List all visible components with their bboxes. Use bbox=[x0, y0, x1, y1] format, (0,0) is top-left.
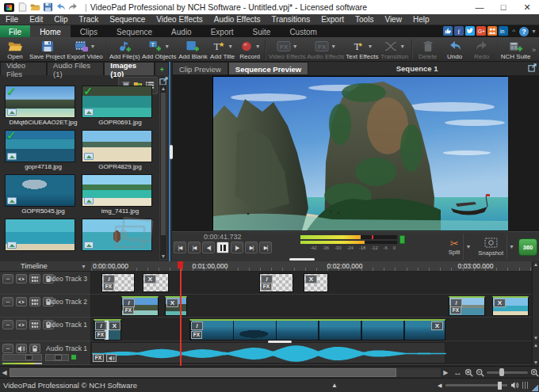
add-objects-button[interactable]: T▼Add Objects bbox=[141, 38, 178, 61]
video-clip[interactable]: /FX bbox=[121, 296, 159, 316]
media-item[interactable] bbox=[2, 218, 78, 261]
collapse-track-button[interactable]: − bbox=[2, 297, 13, 306]
snapshot-button[interactable]: Snapshot bbox=[475, 234, 507, 260]
blank-clip[interactable]: X bbox=[304, 273, 328, 292]
menu-export[interactable]: Export bbox=[315, 15, 350, 24]
scroll-down-icon[interactable]: ▼ bbox=[533, 360, 539, 366]
scroll-up-icon[interactable]: ▲ bbox=[160, 86, 166, 91]
audio-clip[interactable]: FX bbox=[91, 342, 445, 363]
fx-badge[interactable]: FX bbox=[261, 283, 272, 291]
go-to-start-button[interactable]: |◀ bbox=[174, 242, 186, 253]
maximize-button[interactable]: □ bbox=[491, 0, 515, 14]
detach-preview-icon[interactable] bbox=[526, 62, 539, 75]
slider-handle[interactable] bbox=[25, 355, 32, 360]
fade-transition-icon[interactable]: / bbox=[191, 322, 203, 330]
fx-badge[interactable]: FX bbox=[123, 306, 134, 314]
track-visibility-button[interactable] bbox=[16, 297, 27, 306]
text-effects-button[interactable]: T▼Text Effects bbox=[345, 38, 380, 61]
statusbar-grip[interactable] bbox=[522, 382, 529, 389]
cross-transition-icon[interactable]: X bbox=[305, 275, 317, 284]
media-item-dmqt6ciueaao2et-jpg[interactable]: ✓DMqt6CiUEAAO2ET.jpg bbox=[2, 85, 78, 129]
track-thumbnails-button[interactable] bbox=[29, 320, 40, 329]
nch-suite-button[interactable]: NCH Suite bbox=[499, 38, 532, 61]
video-clip[interactable]: /XFX bbox=[94, 319, 121, 341]
volume-min-icon[interactable]: ◀ bbox=[438, 382, 442, 389]
menu-view[interactable]: View bbox=[379, 15, 407, 24]
nch-button[interactable] bbox=[487, 26, 497, 37]
track-lane-video-track-3[interactable]: /FXX/FXX bbox=[91, 272, 533, 295]
ribbon-tab-suite[interactable]: Suite bbox=[243, 25, 281, 37]
export-video-button[interactable]: ▼Export Video bbox=[66, 38, 104, 61]
undo-button[interactable]: Undo bbox=[442, 38, 468, 61]
scroll-down-icon[interactable]: ▼ bbox=[160, 253, 166, 259]
cross-transition-icon[interactable]: X bbox=[431, 322, 443, 330]
toolbar-overflow-icon[interactable]: » bbox=[532, 46, 537, 54]
fit-timeline-icon[interactable]: ↔ bbox=[453, 367, 462, 377]
video-clip[interactable]: X bbox=[492, 296, 529, 316]
previous-clip-button[interactable]: |◀ bbox=[188, 242, 201, 253]
timeline-mode-dropdown[interactable]: Timeline ▼ bbox=[0, 261, 91, 272]
resize-corner[interactable] bbox=[532, 385, 538, 391]
blank-clip[interactable]: /FX bbox=[101, 273, 135, 292]
360-mode-button[interactable]: 360 bbox=[518, 238, 537, 256]
media-item-gopr5045-jpg[interactable]: GOPR5045.jpg bbox=[2, 173, 78, 218]
twitter-button[interactable] bbox=[465, 26, 475, 37]
track-volume-slider[interactable] bbox=[2, 354, 42, 361]
menu-edit[interactable]: Edit bbox=[24, 15, 48, 24]
open-button[interactable]: Open bbox=[2, 38, 29, 61]
video-clip[interactable]: /FX bbox=[449, 296, 485, 316]
collapse-track-button[interactable]: − bbox=[2, 344, 13, 353]
playhead[interactable] bbox=[180, 261, 182, 366]
pause-button[interactable] bbox=[216, 242, 229, 253]
menu-video-effects[interactable]: Video Effects bbox=[151, 15, 208, 24]
audio-splitter-handle[interactable] bbox=[268, 341, 292, 343]
fx-badge[interactable]: FX bbox=[103, 283, 114, 291]
ribbon-tab-clips[interactable]: Clips bbox=[71, 25, 107, 37]
volume-slider[interactable] bbox=[445, 384, 507, 386]
add-file-s-button[interactable]: Add File(s) bbox=[108, 38, 140, 61]
track-mute-button[interactable] bbox=[16, 344, 27, 353]
help-dropdown-icon[interactable]: ▼ bbox=[530, 29, 537, 34]
track-thumbnails-button[interactable] bbox=[29, 297, 40, 306]
collapse-track-button[interactable]: − bbox=[2, 274, 13, 284]
split-dropdown[interactable]: ▼ bbox=[463, 234, 472, 260]
save-project-button[interactable]: Save Project bbox=[29, 38, 66, 61]
dropdown-icon[interactable]: ▼ bbox=[255, 44, 261, 49]
collapse-track-button[interactable]: − bbox=[2, 320, 13, 329]
audio-tracks-scrollbar[interactable]: ▲ ▼ bbox=[532, 342, 539, 366]
media-item-gopr4718-jpg[interactable]: ✓gopr4718.jpg bbox=[2, 129, 78, 173]
blank-clip[interactable]: /FX bbox=[259, 273, 293, 292]
panel-splitter-handle[interactable] bbox=[170, 145, 173, 159]
media-item-gopr0691-jpg[interactable]: ✓GOPR0691.jpg bbox=[78, 85, 155, 129]
cross-transition-icon[interactable]: X bbox=[494, 299, 506, 307]
media-tab-video-files[interactable]: Video Files bbox=[0, 62, 47, 75]
zoom-selection-icon[interactable] bbox=[464, 368, 473, 377]
split-button[interactable]: ✂ Split bbox=[445, 234, 464, 260]
timeline-ruler[interactable]: 0:00:00,0000:01:00.0000:02:00.0000:03:00… bbox=[91, 261, 533, 272]
go-to-end-button[interactable]: ▶| bbox=[259, 242, 272, 253]
dropdown-icon[interactable]: ▼ bbox=[227, 44, 233, 49]
track-lane-video-track-2[interactable]: /FXX/FXX bbox=[91, 295, 533, 318]
menu-file[interactable]: File bbox=[0, 15, 24, 24]
facebook-button[interactable]: f bbox=[454, 26, 464, 37]
media-tab-images-10[interactable]: Images (10) bbox=[104, 62, 155, 75]
help-button[interactable]: ? bbox=[519, 27, 529, 36]
fx-badge[interactable]: FX bbox=[191, 331, 202, 339]
dropdown-icon[interactable]: ▼ bbox=[90, 44, 96, 49]
add-blank-button[interactable]: Add Blank bbox=[178, 38, 209, 61]
track-lane-audio-track-1[interactable]: FX bbox=[91, 341, 533, 365]
close-button[interactable]: ✕ bbox=[515, 0, 539, 14]
media-item-gopr4829-jpg[interactable]: GOPR4829.jpg bbox=[78, 129, 155, 173]
playhead-cap[interactable] bbox=[178, 261, 183, 268]
linkedin-button[interactable]: in bbox=[499, 26, 508, 37]
menu-audio-effects[interactable]: Audio Effects bbox=[208, 15, 266, 24]
frame-forward-button[interactable]: |▶ bbox=[231, 242, 243, 253]
menu-transitions[interactable]: Transitions bbox=[266, 15, 316, 24]
fx-badge[interactable]: FX bbox=[95, 331, 106, 339]
menu-track[interactable]: Track bbox=[74, 15, 105, 24]
scroll-down-icon[interactable]: ▼ bbox=[533, 335, 539, 341]
preview-tab-clip-preview[interactable]: Clip Preview bbox=[172, 62, 228, 75]
dropdown-icon[interactable]: ▼ bbox=[164, 44, 170, 49]
ribbon-tab-file[interactable]: File bbox=[0, 25, 30, 37]
cross-transition-icon[interactable]: X bbox=[166, 299, 178, 307]
